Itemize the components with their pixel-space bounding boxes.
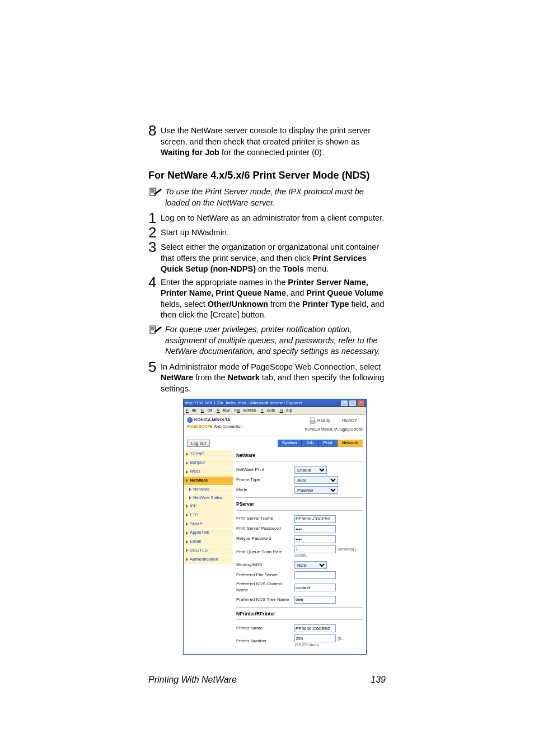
input-preferred-file-server[interactable] xyxy=(294,571,336,579)
brand-text: KONICA MINOLTA xyxy=(194,417,230,423)
menu-file[interactable]: File xyxy=(186,408,196,413)
sidebar-item-appletalk[interactable]: AppleTalk xyxy=(184,529,233,538)
menu-tools[interactable]: Tools xyxy=(261,408,275,413)
sidebar-item-netware[interactable]: NetWare xyxy=(184,477,233,486)
select-mode[interactable]: PServer xyxy=(294,486,338,494)
sidebar-item-wsd[interactable]: WSD xyxy=(184,468,233,477)
sidebar-item-ssltls[interactable]: SSL/TLS xyxy=(184,547,233,556)
input-print-server-name[interactable] xyxy=(294,515,336,523)
s4-b3: Other/Unknown xyxy=(208,300,268,309)
s4-a: Enter the appropriate names in the xyxy=(161,278,288,287)
step-3-body: Select either the organization or organi… xyxy=(161,242,386,275)
lbl-retype-password: Retype Password xyxy=(236,534,294,544)
sidebar-item-authentication[interactable]: Authentication xyxy=(184,556,233,564)
browser-menubar: File Edit View Favorites Tools Help xyxy=(184,407,366,415)
input-printer-name[interactable] xyxy=(294,624,336,632)
s4-b2: Print Queue Volume xyxy=(306,288,383,297)
input-print-server-password[interactable] xyxy=(294,525,336,533)
brand-logo: KONICA MINOLTA xyxy=(187,417,242,423)
sidebar-item-ftp[interactable]: FTP xyxy=(184,511,233,520)
note-top-body: To use the Print Server mode, the IPX pr… xyxy=(165,186,386,208)
window-minimize-button[interactable]: _ xyxy=(340,400,348,407)
section-netware-title: NetWare xyxy=(236,452,363,459)
sidebar-item-netware-sub[interactable]: NetWare xyxy=(184,486,233,494)
logout-button[interactable]: Log out xyxy=(187,440,210,447)
window-maximize-button[interactable]: □ xyxy=(349,400,357,407)
svg-point-10 xyxy=(313,422,315,423)
menu-view[interactable]: View xyxy=(217,408,229,413)
sidebar-item-bonjour[interactable]: Bonjour xyxy=(184,459,233,468)
select-frame-type[interactable]: Auto xyxy=(294,476,338,484)
step-number-5: 5 xyxy=(148,360,161,395)
select-netware-print[interactable]: Enable xyxy=(294,466,327,474)
input-printer-number[interactable] xyxy=(294,634,336,642)
tab-print[interactable]: Print xyxy=(318,440,337,447)
lbl-preferred-file-server: Preferred File Server xyxy=(236,570,294,580)
select-bindery-nds[interactable]: NDS xyxy=(294,561,327,569)
step-4-body: Enter the appropriate names in the Print… xyxy=(161,277,386,321)
footer-left: Printing With NetWare xyxy=(148,674,237,686)
s4-b: , and xyxy=(286,288,306,297)
step-8-body: Use the NetWare server console to displa… xyxy=(161,125,386,158)
note-icon xyxy=(148,186,165,208)
section-title: For NetWare 4.x/5.x/6 Print Server Mode … xyxy=(148,169,386,182)
model-label: KONICA MINOLTA pagepro 5650 xyxy=(305,427,363,432)
sidebar-item-email[interactable]: Email xyxy=(184,538,233,547)
status-text: READY xyxy=(342,418,358,424)
sidebar: TCP/IP Bonjour WSD NetWare NetWare NetWa… xyxy=(184,450,233,655)
printer-status-icon xyxy=(310,417,316,424)
note-mid-body: For queue user privileges, printer notif… xyxy=(165,324,386,357)
sidebar-item-snmp[interactable]: SNMP xyxy=(184,520,233,529)
step-8-text-b: for the connected printer (0). xyxy=(219,148,324,157)
step-number-4: 4 xyxy=(148,275,161,321)
step-5-body: In Administrator mode of PageScope Web C… xyxy=(161,362,386,395)
s5-b2: Network xyxy=(228,373,260,382)
step-number-3: 3 xyxy=(148,240,161,275)
input-print-queue-scan-rate[interactable] xyxy=(294,545,336,553)
lbl-print-queue-scan-rate: Print Queue Scan Rate xyxy=(236,544,294,561)
menu-favorites[interactable]: Favorites xyxy=(235,408,256,413)
lbl-bindery-nds: Bindery/NDS xyxy=(236,560,294,570)
section-nprinter-title: NPrinter/RPrinter xyxy=(236,611,363,617)
svg-rect-8 xyxy=(311,418,315,421)
lbl-printer-name: Printer Name xyxy=(236,623,294,633)
lbl-frame-type: Frame Type xyxy=(236,475,294,485)
step-2-body: Start up NWadmin. xyxy=(161,227,386,240)
s4-c: fields, select xyxy=(161,300,208,309)
lbl-netware-print: NetWare Print xyxy=(236,465,294,475)
input-preferred-nds-tree[interactable] xyxy=(294,596,336,604)
pagescope-label: PAGE SCOPE Web Connection xyxy=(187,424,242,429)
lbl-mode: Mode xyxy=(236,485,294,495)
s3-b2: Tools xyxy=(283,264,304,273)
s5-b: from the xyxy=(193,373,227,382)
step-8-text-a: Use the NetWare server console to displa… xyxy=(161,126,371,146)
tab-network[interactable]: Network xyxy=(338,440,363,447)
lbl-preferred-nds-tree: Preferred NDS Tree Name xyxy=(236,595,294,605)
window-titlebar: http://192.168.1.2/a_index.html - Micros… xyxy=(184,399,366,407)
s4-d: from the xyxy=(268,300,302,309)
lbl-preferred-nds-context: Preferred NDS Context Name xyxy=(236,580,294,595)
tab-system[interactable]: System xyxy=(278,440,302,447)
sidebar-item-netware-status[interactable]: NetWare Status xyxy=(184,494,233,502)
browser-screenshot: http://192.168.1.2/a_index.html - Micros… xyxy=(183,399,367,655)
s3-c: menu. xyxy=(304,264,329,273)
step-1-body: Log on to NetWare as an administrator fr… xyxy=(161,213,386,225)
s5-a: In Administrator mode of PageScope Web C… xyxy=(161,362,381,371)
sidebar-item-ipp[interactable]: IPP xyxy=(184,502,233,511)
window-title: http://192.168.1.2/a_index.html - Micros… xyxy=(185,400,303,407)
input-retype-password[interactable] xyxy=(294,535,336,543)
window-close-button[interactable]: × xyxy=(357,400,365,407)
footer-page-number: 139 xyxy=(371,674,386,686)
step-number-8: 8 xyxy=(148,123,161,158)
input-preferred-nds-context[interactable] xyxy=(294,584,336,591)
step-number-2: 2 xyxy=(148,225,161,240)
sidebar-item-tcpip[interactable]: TCP/IP xyxy=(184,450,233,459)
s5-b1: NetWare xyxy=(161,373,193,382)
menu-help[interactable]: Help xyxy=(280,408,292,413)
note-icon xyxy=(148,324,165,357)
lbl-print-server-name: Print Server Name xyxy=(236,514,294,524)
menu-edit[interactable]: Edit xyxy=(201,408,212,413)
lbl-printer-number: Printer Number xyxy=(236,633,294,650)
tab-job[interactable]: Job xyxy=(302,440,318,447)
lbl-print-server-password: Print Server Password xyxy=(236,524,294,534)
